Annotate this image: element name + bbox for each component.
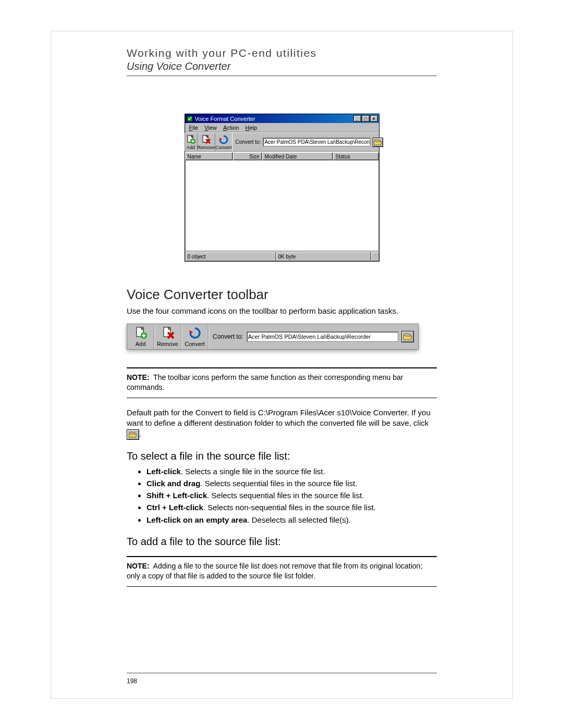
heading-select-file: To select a file in the source file list…	[127, 450, 437, 462]
note-2-label: NOTE:	[127, 562, 150, 570]
default-path-post: .	[139, 429, 141, 438]
section-heading: Voice Converter toolbar	[127, 287, 437, 303]
file-list[interactable]	[185, 161, 379, 251]
convert-icon	[217, 134, 229, 145]
statusbar: 0 object 0K byte ⋰	[185, 251, 379, 261]
status-object-count: 0 object	[185, 252, 276, 261]
note-1: NOTE: The toolbar icons perform the same…	[127, 373, 437, 392]
menubar: File View Action Help	[185, 123, 379, 132]
menu-help[interactable]: Help	[242, 125, 261, 131]
default-path-paragraph: Default path for the Convert to field is…	[127, 408, 437, 440]
add-button-wide[interactable]: Add	[127, 324, 154, 349]
list-item-text: . Selects sequential files in the source…	[207, 491, 364, 500]
page: Working with your PC-end utilities Using…	[51, 31, 512, 698]
default-path-text: Default path for the Convert to field is…	[127, 408, 431, 427]
list-item-bold: Click and drag	[146, 479, 200, 488]
page-number: 198	[127, 677, 137, 685]
document-x-icon	[160, 326, 176, 340]
convert-button[interactable]: Convert	[215, 133, 232, 151]
list-item-text: . Selects non-sequential files in the so…	[203, 503, 376, 512]
add-label-wide: Add	[136, 341, 146, 347]
close-button[interactable]: ×	[370, 115, 378, 122]
list-item-bold: Ctrl + Left-click	[146, 503, 203, 512]
window-title: Voice Format Converter	[195, 116, 353, 122]
remove-label: Remove	[198, 145, 215, 150]
section-subtitle: Using Voice Converter	[127, 60, 437, 72]
list-item: Left-click. Selects a single file in the…	[146, 466, 437, 477]
app-icon	[187, 115, 193, 122]
column-headers: Name Size Modified Date Status	[185, 152, 379, 161]
list-item-bold: Shift + Left-click	[146, 491, 207, 500]
header-rule	[127, 76, 437, 76]
browse-button[interactable]	[373, 138, 383, 147]
convert-label-wide: Convert	[185, 341, 205, 347]
convert-icon	[187, 326, 203, 340]
document-plus-icon	[133, 326, 149, 340]
note-rule-top-2	[127, 556, 437, 557]
menu-view[interactable]: View	[201, 125, 220, 131]
remove-label-wide: Remove	[157, 341, 178, 347]
note-1-text: The toolbar icons perform the same funct…	[127, 373, 403, 391]
add-label: Add	[187, 145, 195, 150]
resize-grip[interactable]: ⋰	[371, 252, 379, 261]
note-1-label: NOTE:	[127, 373, 150, 381]
inline-browse-button[interactable]	[127, 429, 139, 440]
titlebar: Voice Format Converter _ □ ×	[185, 114, 379, 123]
convert-to-label: Convert to:	[236, 139, 261, 145]
convert-button-wide[interactable]: Convert	[181, 324, 209, 349]
grip-icon: ⋰	[371, 254, 376, 260]
note-rule-bottom-1	[127, 398, 437, 398]
list-item-text: . Deselects all selected file(s).	[247, 515, 350, 524]
folder-open-icon	[374, 139, 382, 146]
heading-add-file: To add a file to the source file list:	[127, 536, 437, 548]
list-item: Ctrl + Left-click. Selects non-sequentia…	[146, 502, 437, 513]
add-button[interactable]: Add	[185, 133, 198, 151]
list-item: Shift + Left-click. Selects sequential f…	[146, 490, 437, 501]
menu-action[interactable]: Action	[220, 125, 242, 131]
convert-to-path-field-wide[interactable]: Acer PalmOS PDA\Steven Lai\Backup\Record…	[247, 331, 398, 342]
list-item-text: . Selects sequential files in the source…	[200, 479, 357, 488]
note-rule-top-1	[127, 367, 437, 368]
chapter-title: Working with your PC-end utilities	[127, 47, 437, 59]
folder-open-icon	[129, 431, 137, 438]
list-item: Left-click on an empty area. Deselects a…	[146, 515, 437, 525]
footer-rule	[127, 673, 437, 673]
section-intro: Use the four command icons on the toollb…	[127, 306, 437, 316]
col-modified[interactable]: Modified Date	[262, 152, 333, 161]
note-rule-bottom-2	[127, 586, 437, 587]
col-size[interactable]: Size	[233, 152, 262, 161]
remove-button[interactable]: Remove	[198, 133, 216, 151]
convert-to-path-field[interactable]: Acer PalmOS PDA\Steven Lai\Backup\Record…	[263, 138, 370, 146]
note-2: NOTE: Adding a file to the source file l…	[127, 561, 437, 581]
col-status[interactable]: Status	[333, 152, 379, 161]
status-byte-count: 0K byte	[276, 252, 371, 261]
document-plus-icon	[185, 134, 197, 145]
convert-to-label-wide: Convert to:	[213, 333, 243, 340]
menu-file[interactable]: File	[186, 125, 202, 131]
toolbar-small: Add Remove Convert Convert to: Acer	[185, 132, 379, 152]
maximize-button[interactable]: □	[362, 115, 370, 122]
list-item-bold: Left-click	[146, 467, 181, 476]
document-x-icon	[200, 134, 212, 145]
list-item-bold: Left-click on an empty area	[146, 515, 247, 524]
remove-button-wide[interactable]: Remove	[154, 324, 181, 349]
note-2-text: Adding a file to the source file list do…	[127, 562, 422, 580]
list-item: Click and drag. Selects sequential files…	[146, 478, 437, 489]
col-name[interactable]: Name	[185, 152, 233, 161]
voice-converter-window: Voice Format Converter _ □ × File View A…	[185, 114, 380, 262]
folder-open-icon	[403, 332, 412, 341]
browse-button-wide[interactable]	[401, 331, 414, 342]
convert-label: Convert	[215, 145, 232, 150]
select-file-list: Left-click. Selects a single file in the…	[127, 466, 437, 525]
list-item-text: . Selects a single file in the source fi…	[181, 467, 325, 476]
minimize-button[interactable]: _	[353, 115, 361, 122]
toolbar-screenshot: Add Remove Convert Convert to: Acer Palm…	[127, 324, 419, 350]
